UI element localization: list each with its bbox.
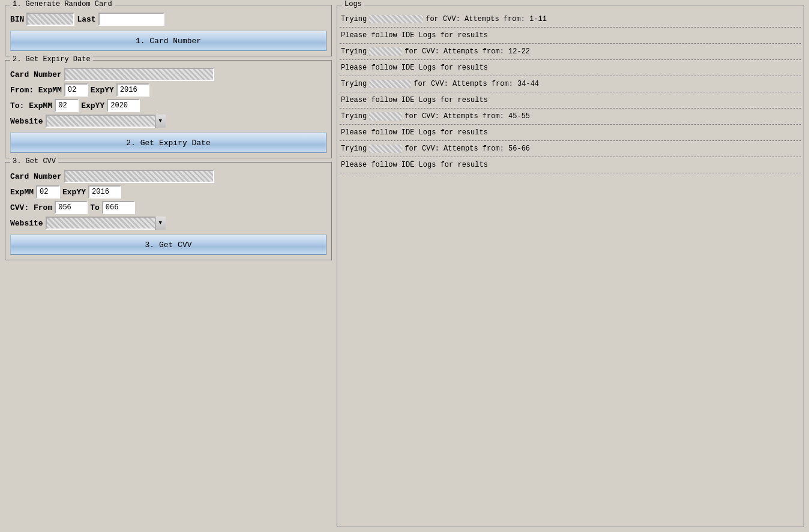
log-info-entry: Please follow IDE Logs for results xyxy=(340,61,801,74)
log-masked-value xyxy=(369,145,402,153)
log-masked-value xyxy=(369,80,411,88)
section3-expmm-label: ExpMM xyxy=(10,188,34,197)
log-trying-entry: Trying for CVV: Attempts from: 45-55 xyxy=(340,110,801,123)
log-masked-value xyxy=(369,112,402,121)
log-divider xyxy=(340,108,801,109)
section3-cvv-to-input[interactable] xyxy=(102,201,135,214)
log-info-entry: Please follow IDE Logs for results xyxy=(340,158,801,172)
section2-legend: 2. Get Expiry Date xyxy=(10,55,93,64)
log-trying-entry: Trying for CVV: Attempts from: 34-44 xyxy=(340,77,801,91)
log-trying-suffix: for CVV: Attempts from: 34-44 xyxy=(414,80,539,88)
log-info-entry: Please follow IDE Logs for results xyxy=(340,94,801,107)
get-expiry-button[interactable]: 2. Get Expiry Date xyxy=(10,133,326,153)
log-trying-entry: Trying for CVV: Attempts from: 56-66 xyxy=(340,142,801,155)
section3-cvv-from-label: CVV: From xyxy=(10,203,52,212)
section2-card-input[interactable] xyxy=(64,68,214,81)
section2-card-row: Card Number xyxy=(10,68,326,81)
log-trying-text: Trying xyxy=(341,47,367,56)
log-trying-suffix: for CVV: Attempts from: 1-11 xyxy=(426,15,547,23)
section3-expyy-input[interactable] xyxy=(88,185,121,199)
section1-bin-row: BIN Last xyxy=(10,13,326,26)
section3-content: Card Number ExpMM ExpYY CVV: From To W xyxy=(10,170,326,255)
get-cvv-button[interactable]: 3. Get CVV xyxy=(10,235,326,255)
log-trying-entry: Trying for CVV: Attempts from: 12-22 xyxy=(340,45,801,58)
section3-website-select[interactable] xyxy=(46,217,166,230)
section3-expyy-label: ExpYY xyxy=(62,188,86,197)
section3-website-wrapper: ▼ xyxy=(46,217,166,230)
last-input[interactable] xyxy=(98,13,164,26)
main-container: 1. Generate Random Card BIN Last 1. Card… xyxy=(0,0,809,532)
log-divider xyxy=(340,92,801,92)
section2-card-label: Card Number xyxy=(10,70,62,79)
section2-website-label: Website xyxy=(10,117,43,126)
section2-website-select[interactable] xyxy=(46,115,166,128)
section1-group: 1. Generate Random Card BIN Last 1. Card… xyxy=(5,5,332,56)
section2-from-expyy-label: ExpYY xyxy=(91,86,114,95)
log-info-entry: Please follow IDE Logs for results xyxy=(340,29,801,42)
section2-from-expmm-input[interactable] xyxy=(64,83,88,97)
section1-legend: 1. Generate Random Card xyxy=(10,0,115,8)
section2-website-wrapper: ▼ xyxy=(46,115,166,128)
log-divider xyxy=(340,140,801,141)
logs-legend: Logs xyxy=(342,0,364,8)
section2-to-row: To: ExpMM ExpYY xyxy=(10,99,326,112)
section3-cvv-to-label: To xyxy=(90,203,100,212)
log-masked-value xyxy=(369,15,423,23)
section2-to-label: To: ExpMM xyxy=(10,101,52,110)
log-trying-suffix: for CVV: Attempts from: 45-55 xyxy=(404,112,530,121)
section3-legend: 3. Get CVV xyxy=(10,157,58,166)
logs-container: Logs Trying for CVV: Attempts from: 1-11… xyxy=(337,5,804,527)
log-trying-text: Trying xyxy=(341,15,367,23)
section2-from-expyy-input[interactable] xyxy=(116,83,149,97)
bin-label: BIN xyxy=(10,15,24,24)
log-divider xyxy=(340,76,801,76)
section3-cvv-row: CVV: From To xyxy=(10,201,326,214)
section2-to-expyy-label: ExpYY xyxy=(81,101,104,110)
log-trying-suffix: for CVV: Attempts from: 12-22 xyxy=(404,47,530,56)
generate-card-button[interactable]: 1. Card Number xyxy=(10,31,326,51)
section3-card-row: Card Number xyxy=(10,170,326,183)
section2-to-expyy-input[interactable] xyxy=(107,99,140,112)
section2-group: 2. Get Expiry Date Card Number From: Exp… xyxy=(5,60,332,158)
section2-from-label: From: ExpMM xyxy=(10,86,62,95)
section2-from-row: From: ExpMM ExpYY xyxy=(10,83,326,97)
log-masked-value xyxy=(369,47,402,56)
last-label: Last xyxy=(77,15,95,24)
log-trying-suffix: for CVV: Attempts from: 56-66 xyxy=(404,145,530,153)
log-divider xyxy=(340,173,801,173)
log-divider xyxy=(340,43,801,44)
section2-to-expmm-input[interactable] xyxy=(55,99,79,112)
log-trying-entry: Trying for CVV: Attempts from: 1-11 xyxy=(340,13,801,26)
section3-card-input[interactable] xyxy=(64,170,214,183)
section3-group: 3. Get CVV Card Number ExpMM ExpYY CVV: … xyxy=(5,162,332,260)
section3-card-label: Card Number xyxy=(10,172,62,181)
log-trying-text: Trying xyxy=(341,112,367,121)
log-divider xyxy=(340,27,801,28)
section2-content: Card Number From: ExpMM ExpYY To: ExpMM … xyxy=(10,68,326,153)
log-divider xyxy=(340,124,801,125)
section3-website-row: Website ▼ xyxy=(10,217,326,230)
log-info-entry: Please follow IDE Logs for results xyxy=(340,126,801,139)
log-divider xyxy=(340,157,801,157)
bin-input[interactable] xyxy=(26,13,74,26)
section1-content: BIN Last 1. Card Number xyxy=(10,13,326,51)
section3-website-label: Website xyxy=(10,219,43,228)
log-trying-text: Trying xyxy=(341,145,367,153)
section3-cvv-from-input[interactable] xyxy=(55,201,88,214)
left-panel: 1. Generate Random Card BIN Last 1. Card… xyxy=(5,5,332,527)
section2-website-row: Website ▼ xyxy=(10,115,326,128)
logs-content[interactable]: Trying for CVV: Attempts from: 1-11Pleas… xyxy=(337,10,804,524)
log-divider xyxy=(340,59,801,60)
section3-expmm-input[interactable] xyxy=(36,185,60,199)
section3-exp-row: ExpMM ExpYY xyxy=(10,185,326,199)
log-trying-text: Trying xyxy=(341,80,367,88)
